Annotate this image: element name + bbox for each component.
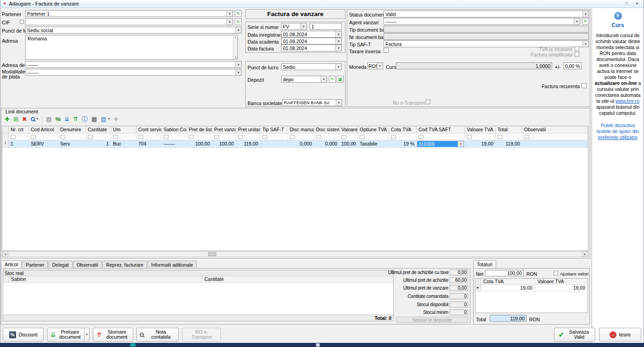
col-header-valoare[interactable]: Valoare <box>339 126 358 133</box>
close-window-icon[interactable]: ✕ <box>633 1 641 6</box>
help-question-icon[interactable]: ? <box>614 12 622 20</box>
col-header-pret-lista[interactable]: Pret de lista <box>187 126 212 133</box>
col-header-um[interactable]: Um <box>111 126 136 133</box>
cell-cota-tva[interactable]: 19 % <box>389 140 417 147</box>
taxare-inversa-checkbox[interactable] <box>384 48 389 53</box>
col-header-optiune-tva[interactable]: Optiune TVA <box>358 126 389 133</box>
salveaza-button[interactable]: ✔ Salveaza Valid <box>554 328 595 341</box>
filter-cell[interactable] <box>260 134 288 140</box>
chevron-down-icon[interactable]: ▾ <box>335 31 341 37</box>
cell-valoare[interactable]: 100,00 <box>339 140 358 147</box>
data-factura-field[interactable]: 01.08.2024 ▾ <box>281 45 342 51</box>
move-cross-icon[interactable]: ✛ <box>113 116 119 122</box>
chevron-down-icon[interactable]: ▾ <box>321 76 327 82</box>
adresa-livrare-combo[interactable]: ------- ▾ <box>25 61 242 68</box>
tva-col-valoare[interactable]: Valoare TVA <box>535 279 588 285</box>
partener-edit-button[interactable]: ✎ <box>235 10 242 17</box>
col-header-nr-crt[interactable]: Nr. crt <box>9 126 29 133</box>
layout-table-icon[interactable]: ▥ <box>101 116 106 122</box>
filter-cell[interactable] <box>465 134 496 140</box>
taskbar-icon[interactable] <box>130 343 136 347</box>
cell-tip-saft[interactable] <box>260 140 288 147</box>
nota-contabila-button[interactable]: Nota contabila <box>136 328 179 341</box>
filter-cell[interactable] <box>389 134 417 140</box>
filter-cell[interactable] <box>314 134 339 140</box>
col-header-pret-unitar[interactable]: Pret unitar ... <box>236 126 260 133</box>
col-header-disc-sistem[interactable]: Disc sistem % <box>314 126 339 133</box>
filter-cell[interactable] <box>187 134 212 140</box>
cell-disc-sistem[interactable]: 0,000 <box>314 140 339 147</box>
cell-pret-unitar[interactable]: 119,00 <box>236 140 260 147</box>
preferinte-link[interactable]: preferinte utilizator <box>598 134 638 140</box>
col-header-disc-manual[interactable]: Disc manual... <box>288 126 314 133</box>
filter-cell[interactable] <box>417 134 465 140</box>
cell-total[interactable]: 119,00 <box>496 140 522 147</box>
cell-cod-articol[interactable]: SERV <box>29 140 58 147</box>
col-header-valoare-tva[interactable]: Valoare TVA <box>465 126 496 133</box>
modalitate-combo[interactable]: ------- ▾ <box>25 69 242 76</box>
cell-sablon-cont[interactable]: ------- <box>162 140 187 147</box>
accounting-grid-icon[interactable]: ▦ <box>91 116 97 122</box>
export-lines-icon[interactable]: ⇈ <box>73 116 78 122</box>
tab-delegat[interactable]: Delegat <box>48 261 72 268</box>
cod-tva-saft-editor[interactable]: 310309 ▾ <box>417 141 464 147</box>
stoc-body[interactable] <box>3 283 393 314</box>
tva-row-valoare[interactable]: 19,00 <box>535 285 588 291</box>
tva-grid[interactable]: Cota TVA Valoare TVA ▸ 19,00 19,00 <box>475 278 588 313</box>
delete-line-icon[interactable]: ✖ <box>22 116 27 122</box>
col-header-cont-servicii[interactable]: Cont servicii <box>136 126 162 133</box>
tab-articol[interactable]: Articol <box>1 260 22 268</box>
factura-simplificata-checkbox[interactable] <box>575 52 579 56</box>
cell-pret-vanzare[interactable]: 100,00 <box>212 140 236 147</box>
chevron-down-icon[interactable]: ▾ <box>235 27 241 33</box>
filter-cell[interactable] <box>522 134 588 140</box>
chevron-down-icon[interactable]: ▾ <box>458 141 463 146</box>
cell-cod-tva-saft[interactable]: 310309 ▾ <box>417 140 465 147</box>
restore-window-icon[interactable]: □ <box>622 1 631 6</box>
cell-cont-servicii[interactable]: 704 <box>136 140 162 147</box>
discount-percent-icon[interactable]: % <box>56 116 61 122</box>
banca-combo[interactable]: RAIFFEISEN BANK SA ▾ <box>282 99 342 106</box>
info-icon[interactable]: ⓘ <box>82 116 88 122</box>
adresa-scrollbar[interactable]: ▲ ▼ <box>233 35 237 59</box>
depozit-edit-button[interactable]: ✎ <box>329 76 336 83</box>
tab-reprez-facturare[interactable]: Reprez. facturare <box>102 261 147 268</box>
chevron-down-icon[interactable]: ▾ <box>582 41 588 47</box>
cell-observatii[interactable] <box>522 140 588 147</box>
chevron-down-icon[interactable]: ▾ <box>574 18 580 24</box>
cod-tva-saft-value[interactable]: 310309 <box>418 141 458 147</box>
grid-data-row[interactable]: I 1 SERV Serv 1 Buc 704 ------- 100,00 1… <box>2 140 588 148</box>
col-header-tip-saft[interactable]: Tip SAF-T <box>260 126 288 133</box>
procent-field[interactable]: 0,00 % <box>563 62 582 69</box>
col-header-cantitate[interactable]: Cantitate <box>86 126 111 133</box>
filter-cell[interactable] <box>236 134 260 140</box>
factura-recurenta-checkbox[interactable] <box>582 83 587 88</box>
cell-denumire[interactable]: Serv <box>58 140 86 147</box>
import-lines-icon[interactable]: ⇊ <box>64 116 69 122</box>
cell-cantitate[interactable]: 1 <box>86 140 111 147</box>
adresa-textarea[interactable]: Romania ▲ ▼ <box>25 35 238 60</box>
chevron-down-icon[interactable]: ▾ <box>335 38 341 44</box>
cell-disc-manual[interactable]: 0,000 <box>288 140 314 147</box>
filter-cell[interactable] <box>212 134 236 140</box>
punct-lucru-combo[interactable]: Sediu social ▾ <box>25 27 242 34</box>
col-header-sablon-cont[interactable]: Sablon Cont <box>162 126 187 133</box>
cell-valoare-tva[interactable]: 19,00 <box>465 140 496 147</box>
numar-field[interactable]: 1 <box>310 23 342 30</box>
layout-dropdown-icon[interactable]: ▾ <box>108 117 110 121</box>
scroll-up-icon[interactable]: ▲ <box>234 36 237 39</box>
print-icon[interactable]: ▤ <box>46 116 51 122</box>
scroll-down-icon[interactable]: ▼ <box>234 56 237 59</box>
tab-partener[interactable]: Partener <box>22 261 48 268</box>
tab-totaluri[interactable]: Totaluri <box>473 260 496 268</box>
filter-cell[interactable] <box>288 134 314 140</box>
hscroll-thumb[interactable] <box>208 252 216 256</box>
cell-um[interactable]: Buc <box>111 140 136 147</box>
chevron-down-icon[interactable]: ▾ <box>335 45 341 51</box>
preluare-document-button[interactable]: ⇊ Preluare document ▾ <box>47 328 90 341</box>
filter-cell[interactable] <box>496 134 522 140</box>
serie-combo[interactable]: FV ▾ <box>281 23 307 30</box>
tab-observatii[interactable]: Observatii <box>73 261 102 268</box>
chevron-down-icon[interactable]: ▾ <box>336 100 342 106</box>
cell-optiune-tva[interactable]: Taxabile <box>358 140 389 147</box>
